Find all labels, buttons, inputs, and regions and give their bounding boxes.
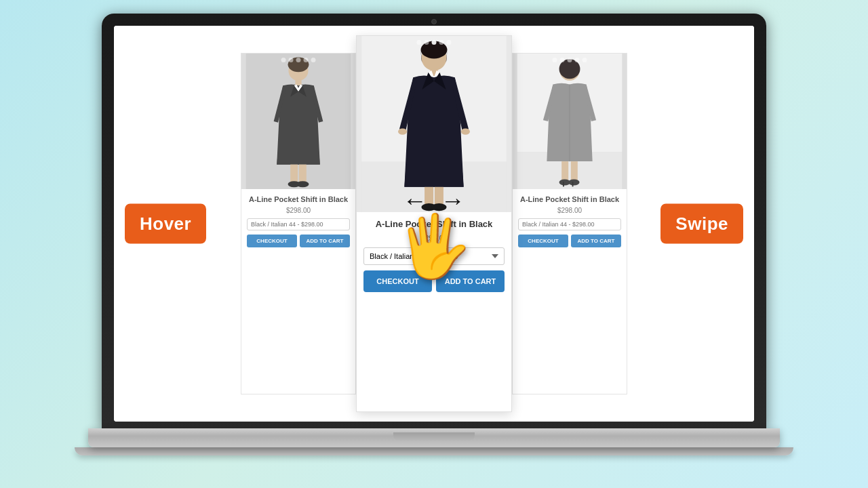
left-product-card: A-Line Pocket Shift in Black $298.00 Bla… — [241, 53, 356, 394]
left-add-to-cart-button[interactable]: ADD TO CART — [300, 235, 350, 247]
laptop-container: Hover Swipe — [61, 14, 807, 474]
svg-rect-16 — [425, 187, 433, 206]
cdot-5 — [447, 40, 452, 45]
svg-point-29 — [568, 179, 579, 185]
rdot-3 — [568, 58, 572, 62]
svg-rect-26 — [561, 161, 568, 181]
right-product-image — [513, 54, 627, 189]
svg-rect-30 — [563, 182, 564, 186]
svg-point-15 — [461, 129, 470, 135]
center-product-price: $298.00 — [363, 234, 505, 242]
left-product-name: A-Line Pocket Shift in Black — [247, 195, 350, 204]
center-product-image — [357, 36, 511, 212]
laptop-foot — [75, 447, 793, 455]
right-product-card: A-Line Pocket Shift in Black $298.00 Bla… — [512, 53, 627, 394]
right-dress-svg — [513, 54, 627, 189]
left-btn-row: CHECKOUT ADD TO CART — [247, 235, 350, 247]
center-variant-select[interactable]: Black / Italian 44 - $298.00 — [363, 247, 505, 265]
svg-point-7 — [296, 181, 309, 187]
right-product-price: $298.00 — [518, 207, 621, 214]
cdot-2 — [425, 40, 429, 45]
hover-text: Hover — [140, 214, 191, 234]
center-product-name: A-Line Pocket Shift in Black — [363, 219, 505, 230]
dot-3 — [296, 58, 301, 62]
right-card-dots — [553, 58, 587, 62]
right-checkout-button[interactable]: CHECKOUT — [518, 235, 568, 247]
right-card-body: A-Line Pocket Shift in Black $298.00 Bla… — [513, 189, 627, 253]
swipe-text: Swipe — [675, 214, 728, 234]
svg-rect-17 — [435, 187, 443, 206]
svg-rect-5 — [299, 165, 307, 183]
dot-5 — [311, 58, 316, 62]
screen-bezel: Hover Swipe — [102, 14, 766, 428]
left-product-image — [241, 54, 355, 189]
rdot-4 — [575, 58, 580, 62]
center-dress-svg — [357, 36, 511, 212]
dot-2 — [289, 58, 294, 62]
svg-rect-4 — [290, 165, 298, 183]
dot-4 — [304, 58, 309, 62]
left-card-dots — [281, 58, 316, 62]
cdot-4 — [439, 40, 444, 45]
center-card-body: A-Line Pocket Shift in Black $298.00 Bla… — [357, 212, 511, 299]
camera-dot — [431, 19, 437, 24]
screen-content: Hover Swipe — [114, 26, 754, 422]
rdot-1 — [553, 58, 557, 62]
right-btn-row: CHECKOUT ADD TO CART — [518, 235, 621, 247]
swipe-label: Swipe — [660, 204, 743, 244]
laptop-bottom-bar — [88, 428, 780, 447]
left-card-body: A-Line Pocket Shift in Black $298.00 Bla… — [241, 189, 355, 253]
left-variant-display: Black / Italian 44 - $298.00 — [247, 218, 350, 230]
center-card-dots — [417, 40, 452, 45]
right-product-name: A-Line Pocket Shift in Black — [518, 195, 621, 204]
hover-label: Hover — [125, 204, 206, 244]
right-add-to-cart-button[interactable]: ADD TO CART — [571, 235, 621, 247]
center-btn-row: CHECKOUT ADD TO CART — [363, 270, 505, 292]
screen: Hover Swipe — [114, 26, 754, 422]
left-product-price: $298.00 — [247, 207, 350, 214]
left-dress-svg — [241, 54, 355, 189]
svg-rect-31 — [572, 182, 574, 186]
svg-point-19 — [431, 203, 446, 211]
dot-1 — [281, 58, 286, 62]
rdot-2 — [560, 58, 565, 62]
cdot-1 — [417, 40, 422, 45]
left-checkout-button[interactable]: CHECKOUT — [247, 235, 297, 247]
svg-rect-27 — [571, 161, 578, 181]
center-product-card: A-Line Pocket Shift in Black $298.00 Bla… — [356, 35, 512, 412]
cards-area: A-Line Pocket Shift in Black $298.00 Bla… — [114, 26, 754, 422]
add-to-cart-button[interactable]: ADD TO CART — [436, 270, 505, 292]
right-variant-display: Black / Italian 44 - $298.00 — [518, 218, 621, 230]
cdot-3 — [432, 40, 437, 45]
checkout-button[interactable]: CHECKOUT — [363, 270, 432, 292]
svg-point-14 — [398, 129, 407, 135]
rdot-5 — [583, 58, 587, 62]
